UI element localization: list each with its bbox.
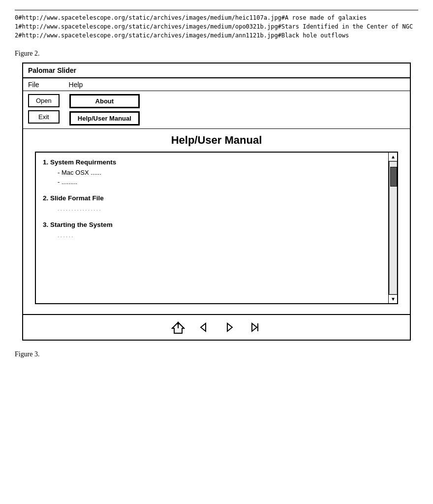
figure2-label: Figure 2. <box>15 50 418 58</box>
scrollable-panel: 1. System Requirments - Mac OSX ...... -… <box>35 152 398 304</box>
scrollbar-up-button[interactable]: ▲ <box>389 153 398 161</box>
home-icon <box>171 320 185 334</box>
svg-marker-3 <box>201 323 206 331</box>
about-button[interactable]: About <box>69 94 140 108</box>
app-title: Palomar Slider <box>28 66 76 74</box>
figure3-label: Figure 3. <box>15 350 418 358</box>
scroll-content: 1. System Requirments - Mac OSX ...... -… <box>36 153 388 303</box>
section-3: 3. Starting the System ...... <box>43 221 381 239</box>
code-line-2: 2#http://www.spacetelescope.org/static/a… <box>15 31 418 40</box>
code-line-0: 0#http://www.spacetelescope.org/static/a… <box>15 13 418 22</box>
section-1-sub-0: - Mac OSX ...... <box>43 169 381 176</box>
content-title: Help/User Manual <box>30 134 403 147</box>
app-window: Palomar Slider File Help Open Exit About… <box>22 63 411 341</box>
content-area: Help/User Manual 1. System Requirments -… <box>23 129 410 309</box>
scrollbar-down-button[interactable]: ▼ <box>389 294 398 303</box>
section-3-sub-0: ...... <box>43 231 381 239</box>
toolbar-left: Open Exit <box>28 94 60 124</box>
end-icon <box>248 320 262 334</box>
title-bar: Palomar Slider <box>23 63 410 78</box>
section-2: 2. Slide Format File ................ <box>43 194 381 212</box>
code-line-1: 1#http://www.spacetelescope.org/static/a… <box>15 22 418 31</box>
section-1-sub-1: - ......... <box>43 178 381 186</box>
section-2-sub-0: ................ <box>43 205 381 212</box>
play-icon <box>222 320 236 334</box>
nav-end-button[interactable] <box>246 319 264 336</box>
section-1: 1. System Requirments - Mac OSX ...... -… <box>43 158 381 186</box>
open-button[interactable]: Open <box>28 94 60 107</box>
nav-play-button[interactable] <box>220 319 239 336</box>
menu-file[interactable]: File <box>28 81 39 89</box>
exit-button[interactable]: Exit <box>28 110 60 124</box>
help-manual-button[interactable]: Help/User Manual <box>69 111 140 126</box>
scrollbar-track[interactable] <box>389 161 397 294</box>
menu-bar: File Help <box>23 79 410 91</box>
scrollbar[interactable]: ▲ ▼ <box>388 153 397 303</box>
toolbar-right: About Help/User Manual <box>69 94 140 126</box>
scrollbar-thumb[interactable] <box>390 167 397 187</box>
code-block: 0#http://www.spacetelescope.org/static/a… <box>15 10 418 40</box>
svg-marker-4 <box>227 323 232 331</box>
section-2-title: 2. Slide Format File <box>43 194 381 202</box>
prev-icon <box>197 320 211 334</box>
svg-marker-2 <box>176 321 180 324</box>
svg-marker-5 <box>252 323 257 331</box>
menu-help[interactable]: Help <box>69 81 83 89</box>
nav-prev-button[interactable] <box>194 319 213 336</box>
bottom-nav-bar <box>23 314 410 340</box>
section-3-title: 3. Starting the System <box>43 221 381 228</box>
toolbar: Open Exit About Help/User Manual <box>23 91 410 129</box>
nav-home-button[interactable] <box>169 319 187 336</box>
section-1-title: 1. System Requirments <box>43 158 381 166</box>
